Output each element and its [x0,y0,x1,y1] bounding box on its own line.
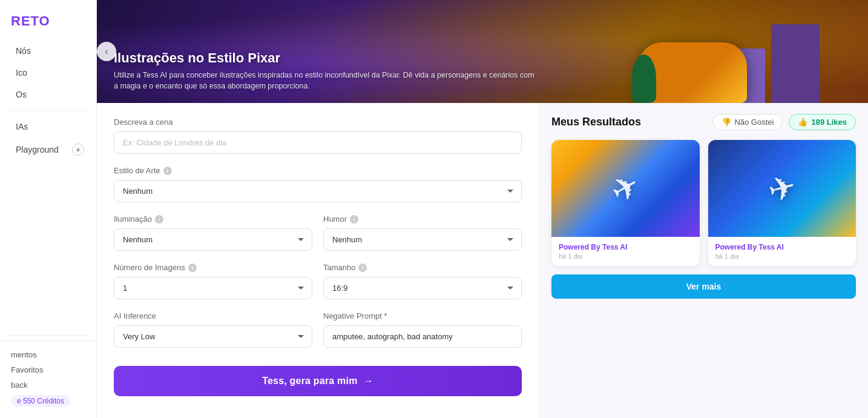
results-actions: 👎 Não Gostei 👍 189 Likes [712,114,856,130]
credits-badge: e 550 Créditos [11,395,70,407]
sidebar-playground-label: Playground [16,145,59,154]
sidebar-item-label: Os [16,90,27,99]
num-images-select[interactable]: 1 [114,277,312,299]
sidebar-divider-2 [7,335,89,336]
num-images-group: Número de Imagens i 1 [114,263,312,311]
lighting-label: Iluminação i [114,214,312,224]
generate-button[interactable]: Tess, gera para mim → [114,366,522,396]
sidebar-footer: mentos Favoritos back e 550 Créditos [0,340,96,418]
sidebar-ias-label: IAs [16,122,28,131]
mood-select[interactable]: Nenhum [323,228,522,251]
sidebar-divider-1 [7,110,89,111]
dislike-label: Não Gostei [734,118,774,127]
result-image-1 [551,140,700,237]
lighting-select[interactable]: Nenhum [114,228,312,251]
hero-title: Ilustrações no Estilo Pixar [114,50,851,66]
inference-group: AI Inference Very Low [114,311,312,360]
result-time-2: há 1 dia [715,253,849,260]
sidebar-item-back[interactable]: back [11,377,85,393]
art-style-group: Estilo de Arte i Nenhum [114,166,522,202]
num-images-label: Número de Imagens i [114,263,312,272]
size-group: Tamanho i 16:9 [323,263,522,311]
size-info-icon[interactable]: i [358,264,367,272]
results-title: Meus Resultados [551,116,641,128]
sidebar-section-main: Nós Ico Os [0,40,96,105]
art-style-select[interactable]: Nenhum [114,180,522,202]
dislike-button[interactable]: 👎 Não Gostei [712,114,783,130]
results-more-button[interactable]: Ver mais [551,274,856,299]
arrow-right-icon: → [364,376,373,386]
sidebar-item-nos[interactable]: Nós [5,41,91,61]
mood-label: Humor i [323,214,522,224]
sidebar-nav: Nós Ico Os IAs Playground + mentos [0,40,96,418]
result-card-2: Powered By Tess AI há 1 dia [708,140,856,266]
sidebar-item-favoritos[interactable]: Favoritos [11,362,85,377]
lighting-mood-row: Iluminação i Nenhum Humor i [114,214,522,263]
art-style-info-icon[interactable]: i [163,167,172,175]
num-images-size-row: Número de Imagens i 1 Tamanho i [114,263,522,311]
size-label: Tamanho i [323,263,522,272]
negative-prompt-input[interactable] [323,325,522,348]
mood-info-icon[interactable]: i [350,215,358,224]
results-grid: Powered By Tess AI há 1 dia Powered By T… [551,140,856,266]
chevron-left-icon: ‹ [105,46,108,57]
sidebar: RETO Nós Ico Os IAs Playground + [0,0,97,418]
hero-prev-button[interactable]: ‹ [97,42,116,61]
lighting-group: Iluminação i Nenhum [114,214,312,263]
generate-button-label: Tess, gera para mim [262,376,357,386]
inference-select[interactable]: Very Low [114,325,312,348]
result-brand-2: Powered By Tess AI [715,243,849,251]
like-label: 189 Likes [811,118,847,127]
lighting-info-icon[interactable]: i [155,215,163,224]
result-card-1: Powered By Tess AI há 1 dia [551,140,700,266]
negative-prompt-group: Negative Prompt * [323,311,522,360]
results-header: Meus Resultados 👎 Não Gostei 👍 189 Likes [551,114,856,130]
results-panel: Meus Resultados 👎 Não Gostei 👍 189 Likes [539,103,868,418]
content-area: Descreva a cena Estilo de Arte i Nenhum [97,103,868,418]
hero-text-area: Ilustrações no Estilo Pixar Utilize a Te… [97,50,868,93]
playground-add-button[interactable]: + [72,144,84,156]
scene-field-group: Descreva a cena [114,118,522,154]
sidebar-item-label: Nós [16,46,31,56]
result-info-2: Powered By Tess AI há 1 dia [708,237,856,266]
sidebar-item-ias[interactable]: IAs [5,116,91,137]
sidebar-item-ico[interactable]: Ico [5,62,91,83]
art-style-label: Estilo de Arte i [114,166,522,175]
scene-label: Descreva a cena [114,118,522,127]
result-image-2 [708,140,856,237]
main-content: ‹ Ilustrações no Estilo Pixar Utilize a … [97,0,868,418]
sidebar-item-playground[interactable]: Playground + [5,138,91,161]
thumbs-up-icon: 👍 [798,118,807,127]
size-select[interactable]: 16:9 [323,277,522,299]
negative-prompt-label: Negative Prompt * [323,311,522,320]
sidebar-item-mentos[interactable]: mentos [11,347,85,362]
sidebar-item-label: Ico [16,68,27,78]
result-time-1: há 1 dia [559,253,692,260]
inference-negative-row: AI Inference Very Low Negative Prompt * [114,311,522,360]
result-brand-1: Powered By Tess AI [559,243,692,251]
form-panel: Descreva a cena Estilo de Arte i Nenhum [97,103,539,418]
num-images-info-icon[interactable]: i [188,264,197,272]
thumbs-down-icon: 👎 [722,118,731,127]
hero-banner: ‹ Ilustrações no Estilo Pixar Utilize a … [97,0,868,103]
mood-group: Humor i Nenhum [323,214,522,263]
result-info-1: Powered By Tess AI há 1 dia [551,237,700,266]
sidebar-item-os[interactable]: Os [5,84,91,105]
app-logo: RETO [0,0,96,40]
hero-description: Utilize a Tess AI para conceber ilustraç… [114,70,538,93]
like-button[interactable]: 👍 189 Likes [789,114,856,130]
scene-input[interactable] [114,131,522,154]
inference-label: AI Inference [114,311,312,320]
sidebar-section-ia: IAs Playground + [0,116,96,162]
